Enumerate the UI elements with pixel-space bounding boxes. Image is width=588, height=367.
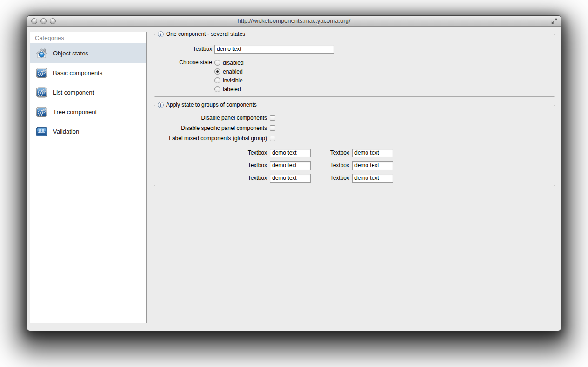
label-mixed-checkbox[interactable]: [270, 136, 275, 141]
grid-row: Textbox Textbox: [157, 173, 550, 183]
home-icon: [35, 47, 48, 60]
radio-icon[interactable]: [214, 77, 220, 83]
state-radio-group: disabled enabled invisible labeled: [214, 58, 244, 94]
grid-textbox-input[interactable]: [270, 149, 311, 157]
checkbox-row-disable-specific: Disable specific panel components: [157, 123, 550, 133]
sidebar-item-label: Tree component: [53, 109, 97, 116]
app-window: http://wicketcomponents.mac.yacoma.org/ …: [27, 16, 561, 331]
grid-row: Textbox Textbox: [157, 148, 550, 157]
panel-two-legend: i Apply state to groups of components: [157, 102, 259, 108]
textbox-label: Textbox: [311, 162, 352, 169]
textbox-label: Textbox: [157, 46, 214, 52]
textbox-label: Textbox: [311, 150, 352, 156]
titlebar[interactable]: http://wicketcomponents.mac.yacoma.org/: [27, 16, 561, 27]
radio-option-disabled[interactable]: disabled: [214, 58, 244, 67]
sidebar-item-label: Validation: [53, 128, 79, 135]
fullscreen-icon[interactable]: [551, 18, 558, 25]
sidebar-item-label: Object states: [53, 50, 88, 57]
grid-textbox-input[interactable]: [270, 174, 311, 183]
sidebar-item-label: Basic components: [53, 69, 102, 76]
checkbox-row-label-mixed: Label mixed components (global group): [157, 133, 550, 143]
sidebar-item-list-component[interactable]: List component: [30, 82, 146, 102]
info-icon: i: [158, 102, 164, 108]
grid-textbox-input[interactable]: [352, 174, 393, 183]
gears-icon: [35, 106, 48, 118]
categories-panel: Categories Object states Basic comp: [30, 32, 147, 323]
grid-row: Textbox Textbox: [157, 161, 550, 170]
disable-panel-checkbox[interactable]: [270, 115, 275, 121]
grid-textbox-input[interactable]: [352, 161, 393, 170]
panel-one-legend: i One component - several states: [157, 31, 247, 37]
textbox-label: Textbox: [157, 162, 270, 169]
checkbox-row-disable-panel: Disable panel components: [157, 113, 550, 123]
radio-icon[interactable]: [214, 68, 220, 75]
sidebar-item-object-states[interactable]: Object states: [30, 43, 146, 63]
textbox-grid: Textbox Textbox Textbox Textbox Textbox …: [157, 148, 550, 183]
textbox-label: Textbox: [311, 175, 352, 181]
categories-header: Categories: [30, 32, 146, 43]
gears-icon: [35, 67, 48, 79]
radio-icon[interactable]: [214, 86, 220, 92]
gears-icon: [35, 86, 48, 99]
radio-option-labeled[interactable]: labeled: [214, 85, 244, 94]
sidebar-item-validation[interactable]: Validation: [30, 122, 146, 141]
radio-option-enabled[interactable]: enabled: [214, 67, 244, 76]
textbox-input[interactable]: [214, 45, 334, 54]
info-icon: i: [158, 31, 164, 37]
sidebar-item-tree-component[interactable]: Tree component: [30, 102, 146, 122]
window-title: http://wicketcomponents.mac.yacoma.org/: [27, 16, 561, 27]
disable-specific-checkbox[interactable]: [270, 125, 275, 131]
radio-icon[interactable]: [214, 60, 220, 66]
grid-textbox-input[interactable]: [352, 149, 393, 157]
textbox-label: Textbox: [157, 175, 270, 181]
grid-textbox-input[interactable]: [270, 161, 311, 170]
sidebar-item-label: List component: [53, 89, 94, 96]
panel-two-group-states: i Apply state to groups of components Di…: [154, 102, 555, 186]
monitor-icon: [35, 125, 48, 138]
textbox-label: Textbox: [157, 150, 270, 156]
panel-one-component-states: i One component - several states Textbox…: [154, 31, 555, 97]
radio-option-invisible[interactable]: invisible: [214, 76, 244, 85]
choose-state-label: Choose state: [157, 58, 214, 66]
sidebar-item-basic-components[interactable]: Basic components: [30, 63, 146, 82]
